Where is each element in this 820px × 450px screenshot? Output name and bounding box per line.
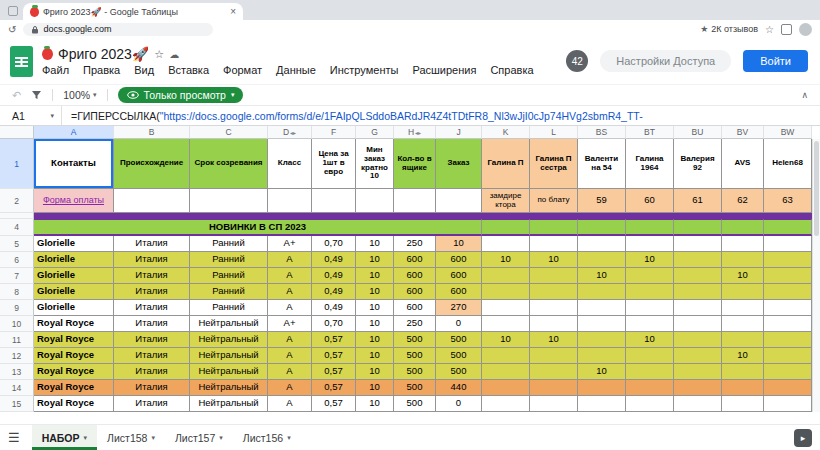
cell[interactable]: Royal Royce xyxy=(34,380,114,396)
sign-in-button[interactable]: Войти xyxy=(743,50,808,72)
cell[interactable]: Галина 1964 xyxy=(626,139,674,189)
cell[interactable]: Италия xyxy=(114,268,190,284)
row-header-14[interactable]: 14 xyxy=(0,380,34,396)
cell[interactable]: 0 xyxy=(436,396,482,412)
cell[interactable]: Ранний xyxy=(190,252,268,268)
menu-Расширения[interactable]: Расширения xyxy=(412,64,476,76)
cell[interactable]: 10 xyxy=(626,332,674,348)
cell[interactable] xyxy=(530,300,578,316)
row-header-4[interactable]: 4 xyxy=(0,219,34,236)
cell[interactable]: 10 xyxy=(482,332,530,348)
row-header-5[interactable]: 5 xyxy=(0,236,34,252)
cell[interactable]: замдире ктора xyxy=(482,189,530,213)
cell[interactable] xyxy=(482,316,530,332)
cell[interactable]: Ранний xyxy=(190,300,268,316)
cell[interactable]: Мин заказ кратно 10 xyxy=(356,139,394,189)
share-settings-button[interactable]: Настройки Доступа xyxy=(600,50,731,72)
cell[interactable] xyxy=(626,348,674,364)
cell[interactable]: Glorielle xyxy=(34,252,114,268)
cell[interactable]: Италия xyxy=(114,332,190,348)
cell[interactable]: Кол-во в ящике xyxy=(394,139,436,189)
cell[interactable]: A xyxy=(268,284,312,300)
cell[interactable] xyxy=(722,236,764,252)
scrollbar-thumb[interactable] xyxy=(814,141,819,236)
cell[interactable] xyxy=(674,380,722,396)
cell[interactable] xyxy=(764,364,812,380)
menu-Справка[interactable]: Справка xyxy=(490,64,533,76)
row-header-1[interactable]: 1 xyxy=(0,139,34,189)
cell[interactable] xyxy=(114,189,190,213)
cell[interactable]: 500 xyxy=(394,332,436,348)
cell[interactable] xyxy=(674,316,722,332)
menu-Инструменты[interactable]: Инструменты xyxy=(330,64,399,76)
cell[interactable]: 10 xyxy=(356,380,394,396)
cell[interactable]: Италия xyxy=(114,396,190,412)
cell[interactable] xyxy=(722,219,764,236)
cell[interactable]: A xyxy=(268,332,312,348)
cell[interactable]: Royal Royce xyxy=(34,332,114,348)
cell[interactable]: A xyxy=(268,380,312,396)
cell[interactable]: A xyxy=(268,252,312,268)
profile-avatar[interactable] xyxy=(799,23,812,36)
cell[interactable]: Происхождение xyxy=(114,139,190,189)
cell[interactable] xyxy=(764,252,812,268)
cell[interactable] xyxy=(482,219,530,236)
cell[interactable]: Ранний xyxy=(190,284,268,300)
column-header-BT[interactable]: BT xyxy=(626,126,674,139)
cell[interactable]: 10 xyxy=(578,268,626,284)
cell[interactable]: Класс xyxy=(268,139,312,189)
cell[interactable] xyxy=(722,300,764,316)
zoom-select[interactable]: 100% ▾ xyxy=(63,89,96,101)
cell[interactable]: 600 xyxy=(394,300,436,316)
cell[interactable] xyxy=(578,236,626,252)
row-header-12[interactable]: 12 xyxy=(0,348,34,364)
extensions-icon[interactable] xyxy=(781,24,792,35)
cell[interactable]: 440 xyxy=(436,380,482,396)
cell[interactable]: A xyxy=(268,348,312,364)
cell[interactable] xyxy=(674,332,722,348)
cell[interactable]: Glorielle xyxy=(34,300,114,316)
column-header-BV[interactable]: BV xyxy=(722,126,764,139)
cell[interactable] xyxy=(764,300,812,316)
cell[interactable]: Ранний xyxy=(190,236,268,252)
cell[interactable] xyxy=(722,284,764,300)
cell[interactable] xyxy=(674,348,722,364)
cell[interactable] xyxy=(530,236,578,252)
favorite-star-icon[interactable]: ☆ xyxy=(154,48,164,61)
column-header-K[interactable]: K xyxy=(482,126,530,139)
sheet-tab-Лист156[interactable]: Лист156▾ xyxy=(233,425,301,450)
cell[interactable]: 10 xyxy=(436,236,482,252)
sheet-tab-Лист158[interactable]: Лист158▾ xyxy=(97,425,165,450)
cell[interactable] xyxy=(764,348,812,364)
row-header-6[interactable]: 6 xyxy=(0,252,34,268)
cell[interactable]: 600 xyxy=(436,284,482,300)
browser-tab[interactable]: Фриго 2023🚀 - Google Таблицы × xyxy=(23,3,243,20)
menu-Файл[interactable]: Файл xyxy=(42,64,69,76)
cell[interactable]: 270 xyxy=(436,300,482,316)
cell[interactable]: A xyxy=(268,300,312,316)
cell[interactable] xyxy=(530,348,578,364)
chevron-down-icon[interactable]: ▾ xyxy=(151,434,155,442)
cell[interactable] xyxy=(764,268,812,284)
cell[interactable]: Италия xyxy=(114,252,190,268)
cell[interactable] xyxy=(530,380,578,396)
cell[interactable] xyxy=(578,300,626,316)
cell[interactable] xyxy=(722,396,764,412)
cell[interactable] xyxy=(764,219,812,236)
tab-close-icon[interactable]: × xyxy=(228,6,236,17)
cell[interactable]: 10 xyxy=(530,332,578,348)
chevron-down-icon[interactable]: ▾ xyxy=(287,434,291,442)
cell[interactable]: 500 xyxy=(436,332,482,348)
cell[interactable] xyxy=(530,316,578,332)
column-header-F[interactable]: F xyxy=(312,126,356,139)
cell[interactable]: Glorielle xyxy=(34,268,114,284)
cell[interactable]: 61 xyxy=(674,189,722,213)
cell[interactable]: 10 xyxy=(356,348,394,364)
cell[interactable] xyxy=(530,219,578,236)
cell[interactable] xyxy=(578,332,626,348)
cell[interactable] xyxy=(394,189,436,213)
cell[interactable]: Заказ xyxy=(436,139,482,189)
column-header-BU[interactable]: BU xyxy=(674,126,722,139)
cell[interactable]: Royal Royce xyxy=(34,316,114,332)
view-only-mode-button[interactable]: Только просмотр ▾ xyxy=(118,87,244,103)
